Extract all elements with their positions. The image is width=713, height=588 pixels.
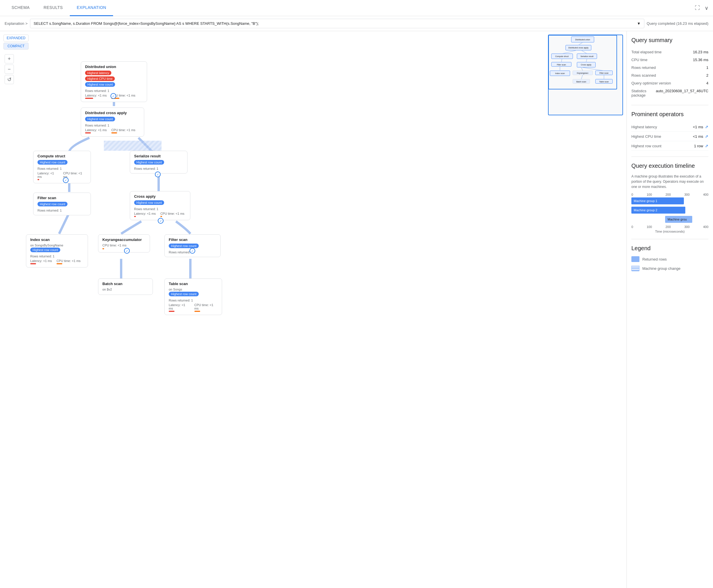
machine-group-1-row: Machine group 1 <box>631 197 708 204</box>
legend-section: Legend Returned rows Machine group chang… <box>631 245 708 271</box>
machine-group-2-row: Machine group 2 <box>631 207 708 214</box>
badge-highest-row-cs: Highest row count <box>38 160 67 165</box>
cs-latency-bar <box>38 179 39 180</box>
timeline-section: Query execution timeline A machine group… <box>631 163 708 233</box>
svg-line-34 <box>581 50 587 54</box>
node-ts-title: Table scan <box>169 281 218 286</box>
node-dca-metrics: Latency: <1 ms CPU time: <1 ms <box>85 128 140 133</box>
prominent-operators-list: Highest latency <1 ms ⇗ Highest CPU time… <box>631 122 708 151</box>
axis-0: 0 <box>631 193 633 196</box>
chevron-du-dca: ✓ <box>110 93 116 99</box>
divider-1 <box>631 105 708 105</box>
machine-group-3-bar: Machine grou <box>665 216 692 223</box>
node-bs-title: Batch scan <box>102 281 148 286</box>
op-label-cpu: Highest CPU time <box>631 134 661 139</box>
compact-button[interactable]: COMPACT <box>3 43 28 49</box>
zoom-in-button[interactable]: + <box>5 54 14 63</box>
chevron-sr-ca: ✓ <box>155 171 161 177</box>
zoom-out-button[interactable]: − <box>5 65 14 74</box>
node-filter-scan-top[interactable]: Filter scan Highest row count Rows retur… <box>33 192 91 215</box>
badge-highest-row-ts: Highest row count <box>169 292 199 296</box>
node-dca-title: Distributed cross apply <box>85 111 140 115</box>
divider-2 <box>631 156 708 157</box>
ka-cpu-bar <box>102 248 104 249</box>
zoom-controls: + − ↺ <box>5 54 14 84</box>
axis-100: 100 <box>647 193 652 196</box>
machine-group-2-bar: Machine group 2 <box>631 207 685 214</box>
node-distributed-cross-apply[interactable]: Distributed cross apply Highest row coun… <box>81 107 144 136</box>
stat-label-cpu: CPU time <box>631 58 648 62</box>
query-select[interactable]: SELECT s.SongName, s.Duration FROM Songs… <box>30 19 645 28</box>
badge-highest-row-du: Highest row count <box>85 82 115 87</box>
node-filter-scan-bottom[interactable]: Filter scan Highest row count Rows retur… <box>164 234 221 257</box>
node-ts-metrics: Latency: <1 ms CPU time: <1 ms <box>169 303 218 312</box>
op-label-rowcount: Highest row count <box>631 144 661 148</box>
header-icons: ⛶ ∨ <box>695 5 708 11</box>
svg-text:Batch scan: Batch scan <box>576 81 586 83</box>
timeline-axis-top: 0 100 200 300 400 <box>631 193 708 196</box>
expand-icon[interactable]: ∨ <box>705 5 708 11</box>
timeline-desc: A machine group illustrates the executio… <box>631 174 708 189</box>
node-ka-title: Keyrangeaccumulator <box>102 237 146 242</box>
machine-group-3-spacer <box>631 216 665 223</box>
op-value-latency: <1 ms ⇗ <box>693 125 708 129</box>
ts-cpu-bar <box>195 311 200 312</box>
svg-line-33 <box>562 50 577 54</box>
badge-highest-row-dca: Highest row count <box>85 117 115 121</box>
node-batch-scan[interactable]: Batch scan on $v2 <box>98 278 153 295</box>
node-table-scan[interactable]: Table scan on Songs Highest row count Ro… <box>164 278 222 315</box>
node-fst-title: Filter scan <box>38 196 86 200</box>
diagram-panel: EXPANDED COMPACT + − ↺ <box>0 31 627 588</box>
query-text: SELECT s.SongName, s.Duration FROM Songs… <box>34 21 259 26</box>
axis-b-300: 300 <box>684 225 689 229</box>
node-ts-rows: Rows returned: 1 <box>169 299 218 302</box>
tab-results[interactable]: RESULTS <box>37 0 70 16</box>
node-ts-subtitle: on Songs <box>169 288 218 291</box>
node-cs-rows: Rows returned: 1 <box>38 167 86 170</box>
legend-item-machine-group: Machine group change <box>631 266 708 271</box>
axis-200: 200 <box>666 193 671 196</box>
node-fst-rows: Rows returned: 1 <box>38 209 86 212</box>
chevron-ca: ✓ <box>158 218 164 224</box>
stat-row-rows-returned: Rows returned 1 <box>631 64 708 71</box>
svg-text:Cross apply: Cross apply <box>581 64 592 66</box>
axis-b-0: 0 <box>631 225 633 229</box>
expanded-button[interactable]: EXPANDED <box>3 35 28 42</box>
link-icon-cpu[interactable]: ⇗ <box>705 134 708 139</box>
op-row-latency: Highest latency <1 ms ⇗ <box>631 122 708 132</box>
zoom-reset-button[interactable]: ↺ <box>5 75 14 84</box>
minimap[interactable]: Distributed union Distributed cross appl… <box>548 35 623 115</box>
badge-highest-cpu: Highest CPU time <box>85 77 115 81</box>
badge-highest-row-fst: Highest row count <box>38 202 67 206</box>
node-distributed-union-title: Distributed union <box>85 65 143 69</box>
node-serialize-result[interactable]: Serialize result Highest row count Rows … <box>130 151 187 173</box>
dca-cpu-bar <box>111 132 117 133</box>
tab-schema[interactable]: SCHEMA <box>5 0 37 16</box>
breadcrumb: Explanation > <box>5 21 28 26</box>
legend-box-solid <box>631 256 639 262</box>
stat-value-cpu: 15.36 ms <box>693 58 708 62</box>
stat-row-elapsed: Total elapsed time 16.23 ms <box>631 48 708 56</box>
link-icon-rowcount[interactable]: ⇗ <box>705 144 708 148</box>
op-value-rowcount: 1 row ⇗ <box>694 144 708 148</box>
axis-400: 400 <box>703 193 708 196</box>
node-index-scan[interactable]: Index scan on SongsBySongName Highest ro… <box>26 234 88 268</box>
stat-row-optimizer: Query optimizer version 4 <box>631 79 708 87</box>
badge-highest-latency: Highest latency <box>85 70 111 75</box>
node-is-title: Index scan <box>30 237 84 242</box>
machine-group-3-row: Machine grou <box>631 216 708 223</box>
axis-b-400: 400 <box>703 225 708 229</box>
node-cross-apply[interactable]: Cross apply Highest row count Rows retur… <box>130 191 190 220</box>
fullscreen-icon[interactable]: ⛶ <box>695 5 700 11</box>
node-ka-cpu: CPU time: <1 ms <box>102 244 146 247</box>
du-latency-bar <box>85 98 93 99</box>
node-compute-struct[interactable]: Compute struct Highest row count Rows re… <box>33 151 91 183</box>
node-fsb-title: Filter scan <box>169 237 216 242</box>
diagram-area: Distributed union Highest latency Highes… <box>17 31 627 588</box>
svg-text:Keyrangeacc: Keyrangeacc <box>577 72 589 75</box>
link-icon-latency[interactable]: ⇗ <box>705 125 708 129</box>
chevron-fsb: ✓ <box>189 248 195 254</box>
stat-label-elapsed: Total elapsed time <box>631 50 661 54</box>
tab-explanation[interactable]: EXPLANATION <box>70 0 113 16</box>
right-panel: Query summary Total elapsed time 16.23 m… <box>627 31 713 588</box>
